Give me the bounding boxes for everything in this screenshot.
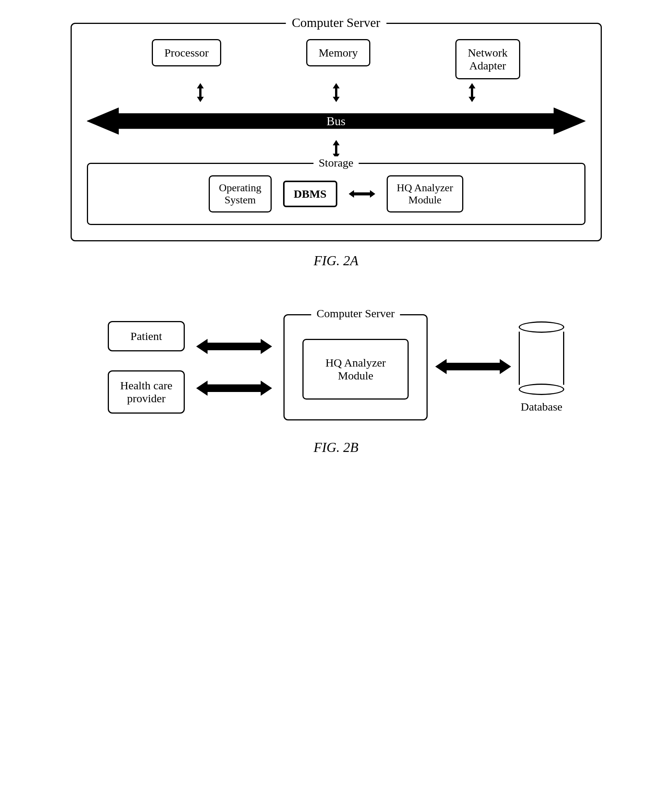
server-db-arrow-section [435,355,511,379]
hq-analyzer-label-2b: HQ AnalyzerModule [326,356,386,382]
memory-bus-arrow [332,83,340,102]
svg-marker-1 [333,83,340,102]
fig2b-diagram: Patient Health careprovider Computer Ser… [71,314,602,478]
svg-marker-2 [469,83,476,102]
computer-server-label-2b: Computer Server [311,307,400,320]
computer-server-label-2a: Computer Server [286,16,386,30]
network-adapter-box: NetworkAdapter [455,39,520,79]
processor-box: Processor [152,39,221,66]
svg-marker-6 [196,339,272,354]
left-nodes: Patient Health careprovider [108,321,185,414]
fig2b-caption: FIG. 2B [71,439,602,455]
health-care-provider-label: Health careprovider [120,379,172,405]
patient-arrow [196,335,272,358]
processor-bus-arrow [196,83,204,102]
server-db-arrow [435,355,511,378]
hq-analyzer-box-2a: HQ AnalyzerModule [387,175,464,212]
component-arrows [87,83,585,102]
network-bus-arrow [468,83,476,102]
network-adapter-label: NetworkAdapter [468,46,508,72]
health-care-provider-box: Health careprovider [108,370,185,414]
fig2a-caption: FIG. 2A [71,253,602,269]
storage-box: Storage OperatingSystem DBMS HQ Analyzer… [87,163,585,225]
healthcare-arrow [196,377,272,400]
patient-label: Patient [131,330,162,342]
os-box: OperatingSystem [209,175,272,212]
dbms-box: DBMS [283,181,337,207]
left-arrows-section [196,335,272,400]
memory-label: Memory [319,46,358,59]
bus-label: Bus [327,114,346,128]
svg-marker-7 [196,381,272,396]
svg-marker-5 [349,190,375,198]
fig2b-layout: Patient Health careprovider Computer Ser… [71,314,602,420]
svg-marker-8 [435,359,511,374]
svg-marker-0 [197,83,204,102]
processor-label: Processor [164,46,209,59]
hq-analyzer-box-2b: HQ AnalyzerModule [302,339,409,400]
computer-server-box-2b: Computer Server HQ AnalyzerModule [283,314,428,420]
fig2a-diagram: Computer Server Processor Memory Network… [71,23,602,291]
computer-server-box-2a: Computer Server Processor Memory Network… [71,23,602,241]
os-label: OperatingSystem [219,182,261,205]
components-row: Processor Memory NetworkAdapter [87,35,585,83]
dbms-label: DBMS [294,188,327,200]
storage-inner-row: OperatingSystem DBMS HQ AnalyzerModule [100,175,573,212]
database-section: Database [519,321,564,413]
db-bottom [519,384,564,395]
memory-box: Memory [306,39,370,66]
hq-analyzer-label-2a: HQ AnalyzerModule [397,182,454,205]
database-label: Database [520,400,562,413]
patient-box: Patient [108,321,185,351]
bus-row: Bus [87,106,585,136]
dbms-hq-arrow [349,188,375,199]
db-body [519,332,564,385]
storage-section: Storage OperatingSystem DBMS HQ Analyzer… [87,163,585,225]
database-cylinder [519,321,564,395]
storage-label: Storage [313,156,359,169]
db-top [519,321,564,333]
